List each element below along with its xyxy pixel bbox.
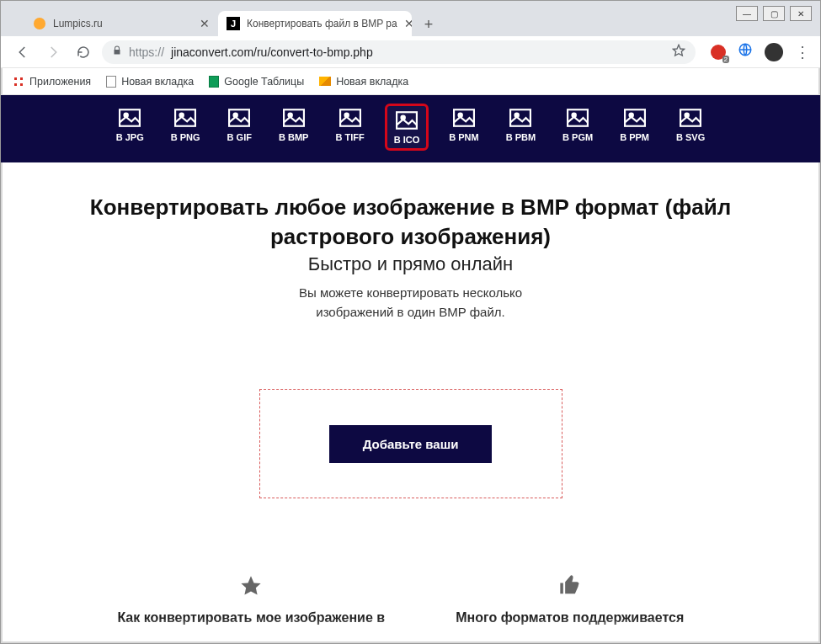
svg-rect-21 <box>625 109 645 126</box>
thumbs-up-icon <box>558 574 582 604</box>
menu-icon[interactable]: ⋮ <box>795 43 810 61</box>
image-icon <box>119 109 141 129</box>
toolbar: https://jinaconvert.com/ru/convert-to-bm… <box>1 36 820 68</box>
image-icon <box>228 109 250 129</box>
format-option-в-gif[interactable]: В GIF <box>221 104 259 151</box>
bookmark-sheets[interactable]: Google Таблицы <box>209 76 304 88</box>
format-option-в-tiff[interactable]: В TIFF <box>328 104 371 151</box>
tab-strip: Lumpics.ru ✕ J Конвертировать файл в BMP… <box>1 1 820 36</box>
svg-rect-7 <box>229 109 249 126</box>
upload-dropzone[interactable]: Добавьте ваши <box>259 389 562 498</box>
format-option-в-pbm[interactable]: В PBM <box>499 104 542 151</box>
svg-rect-15 <box>454 109 474 126</box>
feature-title: Как конвертировать мое изображение в <box>117 610 385 625</box>
url-path: jinaconvert.com/ru/convert-to-bmp.php <box>171 45 373 59</box>
bookmark-new-tab-1[interactable]: Новая вкладка <box>106 76 194 88</box>
translate-icon[interactable] <box>738 42 753 61</box>
feature-row: Как конвертировать мое изображение в Мно… <box>58 574 763 625</box>
tab-title: Lumpics.ru <box>53 18 103 29</box>
profile-avatar[interactable] <box>765 43 783 61</box>
svg-rect-17 <box>510 109 530 126</box>
image-icon <box>339 109 361 129</box>
feature-how-to: Как конвертировать мое изображение в <box>111 574 392 625</box>
format-label: В TIFF <box>335 132 364 142</box>
bookmarks-bar: Приложения Новая вкладка Google Таблицы … <box>1 68 820 95</box>
image-icon <box>283 109 305 129</box>
format-option-в-jpg[interactable]: В JPG <box>109 104 151 151</box>
close-tab-icon[interactable]: ✕ <box>200 17 210 30</box>
address-bar[interactable]: https://jinaconvert.com/ru/convert-to-bm… <box>102 40 696 64</box>
reload-button[interactable] <box>72 40 95 64</box>
tab-title: Конвертировать файл в BMP ра <box>247 18 397 29</box>
lock-icon <box>112 45 122 58</box>
bookmark-label: Google Таблицы <box>224 76 304 88</box>
maximize-button[interactable]: ▢ <box>763 6 785 21</box>
page-heading: Конвертировать любое изображение в BMP ф… <box>58 193 763 252</box>
toolbar-actions: 2 ⋮ <box>711 42 810 61</box>
image-icon <box>624 109 646 129</box>
add-files-button[interactable]: Добавьте ваши <box>329 425 493 463</box>
file-icon <box>106 76 116 88</box>
svg-marker-25 <box>242 577 261 595</box>
svg-rect-3 <box>120 109 140 126</box>
minimize-button[interactable]: — <box>736 6 758 21</box>
star-icon[interactable] <box>672 44 685 60</box>
svg-rect-9 <box>284 109 304 126</box>
svg-rect-5 <box>175 109 195 126</box>
apps-icon <box>13 76 24 88</box>
svg-marker-0 <box>673 45 684 56</box>
format-label: В JPG <box>116 132 144 142</box>
format-label: В PGM <box>562 132 593 142</box>
bookmark-label: Новая вкладка <box>336 76 408 88</box>
bookmark-new-tab-2[interactable]: Новая вкладка <box>319 76 408 88</box>
svg-rect-23 <box>680 109 701 126</box>
image-icon <box>680 109 701 129</box>
feature-formats: Много форматов поддерживается <box>429 574 710 625</box>
close-tab-icon[interactable]: ✕ <box>404 17 412 30</box>
bookmark-label: Новая вкладка <box>121 76 194 88</box>
tab-jinaconvert[interactable]: J Конвертировать файл в BMP ра ✕ <box>218 11 412 36</box>
format-label: В PPM <box>620 132 649 142</box>
format-label: В PNM <box>449 132 478 142</box>
format-option-в-ppm[interactable]: В PPM <box>613 104 656 151</box>
favicon-jinaconvert: J <box>227 17 240 30</box>
page-description: Вы можете конвертировать несколько изобр… <box>58 284 763 322</box>
svg-rect-13 <box>397 112 417 129</box>
sheets-icon <box>209 76 219 88</box>
new-tab-button[interactable]: + <box>417 13 440 36</box>
format-label: В BMP <box>279 132 308 142</box>
format-option-в-pgm[interactable]: В PGM <box>556 104 600 151</box>
feature-title: Много форматов поддерживается <box>456 610 684 625</box>
page-subheading: Быстро и прямо онлайн <box>58 253 763 275</box>
format-label: В PBM <box>506 132 536 142</box>
format-label: В SVG <box>676 132 705 142</box>
image-icon <box>567 109 589 129</box>
svg-point-1 <box>713 47 723 57</box>
forward-button[interactable] <box>41 40 65 64</box>
format-option-в-pnm[interactable]: В PNM <box>442 104 485 151</box>
favicon-lumpics <box>33 17 46 30</box>
image-icon <box>174 109 196 129</box>
svg-rect-11 <box>340 109 360 126</box>
page-content: Конвертировать любое изображение в BMP ф… <box>1 162 820 625</box>
extension-badge-icon[interactable]: 2 <box>711 45 726 60</box>
format-option-в-svg[interactable]: В SVG <box>669 104 712 151</box>
tab-lumpics[interactable]: Lumpics.ru ✕ <box>24 11 218 36</box>
picture-icon <box>319 77 331 86</box>
bookmark-label: Приложения <box>29 76 91 88</box>
format-option-в-bmp[interactable]: В BMP <box>272 104 315 151</box>
format-toolbar: В JPGВ PNGВ GIFВ BMPВ TIFFВ ICOВ PNMВ PB… <box>1 95 820 162</box>
image-icon <box>396 111 418 131</box>
bookmark-apps[interactable]: Приложения <box>13 76 91 88</box>
back-button[interactable] <box>11 40 35 64</box>
svg-rect-19 <box>568 109 588 126</box>
window-controls: — ▢ ✕ <box>736 6 812 21</box>
url-scheme: https:// <box>129 45 164 59</box>
format-label: В PNG <box>171 132 200 142</box>
close-window-button[interactable]: ✕ <box>790 6 812 21</box>
star-icon <box>239 574 263 604</box>
format-label: В ICO <box>394 135 420 145</box>
format-option-в-ico[interactable]: В ICO <box>385 104 429 151</box>
format-label: В GIF <box>227 132 252 142</box>
format-option-в-png[interactable]: В PNG <box>164 104 207 151</box>
